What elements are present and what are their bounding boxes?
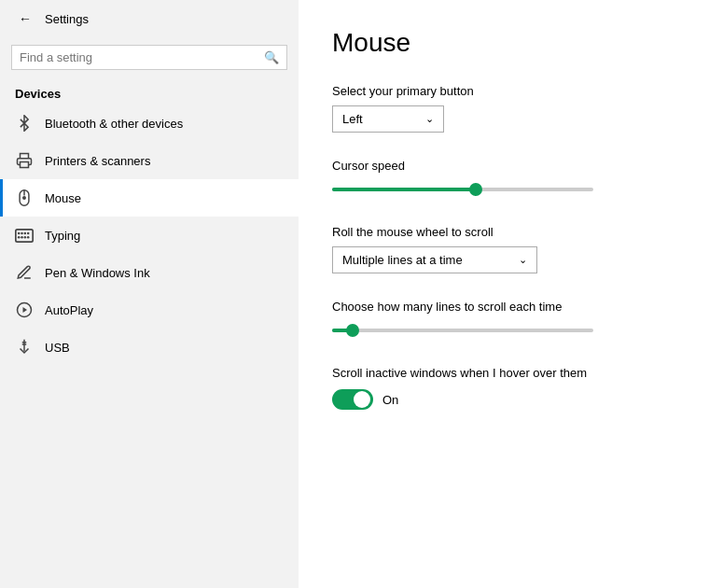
scroll-chevron-down-icon: ⌄ <box>519 254 527 266</box>
sidebar-item-bluetooth-label: Bluetooth & other devices <box>45 117 183 131</box>
scroll-setting-value: Multiple lines at a time <box>342 253 463 267</box>
svg-rect-4 <box>16 229 33 241</box>
lines-scroll-label: Choose how many lines to scroll each tim… <box>332 300 675 314</box>
pen-icon <box>15 263 34 282</box>
settings-title: Settings <box>45 12 89 26</box>
cursor-speed-label: Cursor speed <box>332 159 675 173</box>
scroll-inactive-toggle-row: On <box>332 389 675 410</box>
lines-slider-thumb[interactable] <box>346 324 359 337</box>
main-content: Mouse Select your primary button Left ⌄ … <box>299 0 709 588</box>
scroll-inactive-label: Scroll inactive windows when I hover ove… <box>332 366 675 380</box>
sidebar-item-printers[interactable]: Printers & scanners <box>0 142 299 179</box>
typing-icon <box>15 226 34 245</box>
autoplay-icon <box>15 301 34 319</box>
sidebar: ← Settings 🔍 Devices Bluetooth & other d… <box>0 0 299 588</box>
sidebar-item-printers-label: Printers & scanners <box>45 154 150 168</box>
slider-fill <box>332 188 476 191</box>
back-button[interactable]: ← <box>15 7 35 30</box>
sidebar-item-pen-label: Pen & Windows Ink <box>45 266 150 280</box>
sidebar-item-usb[interactable]: USB <box>0 329 299 366</box>
chevron-down-icon: ⌄ <box>425 113 434 125</box>
search-icon: 🔍 <box>264 50 279 64</box>
usb-icon <box>15 338 34 357</box>
sidebar-item-autoplay[interactable]: AutoPlay <box>0 291 299 329</box>
sidebar-item-usb-label: USB <box>45 341 70 355</box>
sidebar-item-bluetooth[interactable]: Bluetooth & other devices <box>0 105 299 142</box>
sidebar-item-typing-label: Typing <box>45 229 80 243</box>
primary-button-value: Left <box>342 112 363 126</box>
cursor-speed-slider[interactable] <box>332 180 593 199</box>
slider-thumb[interactable] <box>469 183 482 196</box>
scroll-setting-label: Roll the mouse wheel to scroll <box>332 225 675 239</box>
sidebar-item-typing[interactable]: Typing <box>0 217 299 254</box>
page-title: Mouse <box>332 28 675 58</box>
scroll-inactive-toggle[interactable] <box>332 389 373 410</box>
sidebar-item-mouse-label: Mouse <box>45 191 81 205</box>
primary-button-group: Select your primary button Left ⌄ <box>332 84 675 133</box>
sidebar-item-pen[interactable]: Pen & Windows Ink <box>0 254 299 291</box>
toggle-knob <box>354 391 370 408</box>
scroll-inactive-group: Scroll inactive windows when I hover ove… <box>332 366 675 410</box>
lines-scroll-group: Choose how many lines to scroll each tim… <box>332 300 675 340</box>
primary-button-dropdown[interactable]: Left ⌄ <box>332 105 444 133</box>
cursor-speed-group: Cursor speed <box>332 159 675 199</box>
sidebar-header: ← Settings <box>0 0 299 37</box>
svg-rect-0 <box>21 162 29 168</box>
section-label: Devices <box>0 77 299 105</box>
primary-button-label: Select your primary button <box>332 84 675 98</box>
printers-icon <box>15 151 34 170</box>
lines-scroll-slider[interactable] <box>332 321 593 340</box>
search-box[interactable]: 🔍 <box>11 45 287 70</box>
mouse-icon <box>15 189 34 207</box>
bluetooth-icon <box>15 114 34 133</box>
toggle-state-label: On <box>382 393 398 407</box>
sidebar-item-autoplay-label: AutoPlay <box>45 303 93 317</box>
svg-point-3 <box>23 197 25 199</box>
lines-slider-track <box>332 329 593 332</box>
sidebar-item-mouse[interactable]: Mouse <box>0 179 299 217</box>
scroll-setting-group: Roll the mouse wheel to scroll Multiple … <box>332 225 675 273</box>
svg-marker-14 <box>23 307 28 313</box>
scroll-setting-dropdown[interactable]: Multiple lines at a time ⌄ <box>332 246 537 273</box>
search-input[interactable] <box>20 50 264 64</box>
